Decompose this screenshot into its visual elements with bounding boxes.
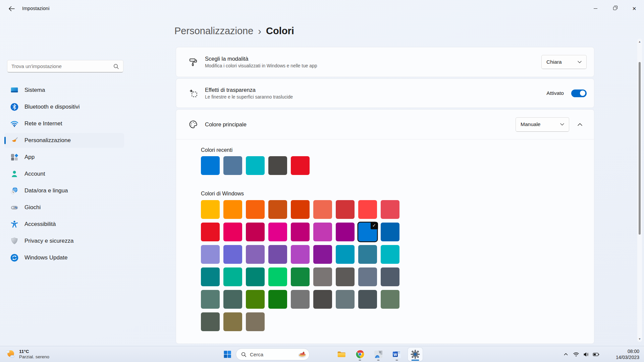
color-swatch[interactable] xyxy=(291,156,310,175)
color-swatch[interactable] xyxy=(313,267,332,286)
color-swatch[interactable] xyxy=(291,223,310,241)
settings-app-icon[interactable] xyxy=(408,348,423,361)
color-swatch[interactable] xyxy=(268,200,287,219)
color-swatch[interactable] xyxy=(223,312,242,331)
color-swatch[interactable] xyxy=(381,290,399,309)
selected-check-icon: ✓ xyxy=(371,222,378,229)
scroll-up-arrow-icon[interactable]: ▲ xyxy=(637,39,642,44)
transparency-sparkle-icon xyxy=(188,88,198,98)
sidebar-item-bluetooth[interactable]: Bluetooth e dispositivi xyxy=(4,100,124,114)
sidebar-item-personalizzazione[interactable]: Personalizzazione xyxy=(4,133,124,148)
color-swatch[interactable] xyxy=(313,200,332,219)
clock[interactable]: 08:00 14/03/2023 xyxy=(616,349,639,360)
color-swatch[interactable] xyxy=(313,290,332,309)
color-swatch[interactable] xyxy=(336,223,355,241)
taskbar-search[interactable]: Cerca xyxy=(236,348,310,360)
system-tray xyxy=(561,348,601,361)
sidebar-item-sistema[interactable]: Sistema xyxy=(4,83,124,98)
color-swatch[interactable] xyxy=(201,267,220,286)
volume-icon[interactable] xyxy=(581,348,591,361)
color-swatch[interactable] xyxy=(336,290,355,309)
gaming-icon xyxy=(10,203,19,212)
color-swatch[interactable] xyxy=(358,245,377,264)
sidebar-item-label: Personalizzazione xyxy=(24,137,71,144)
sidebar-item-windows-update[interactable]: Windows Update xyxy=(4,250,124,265)
color-swatch[interactable] xyxy=(291,290,310,309)
transparency-toggle[interactable] xyxy=(571,89,587,97)
color-swatch[interactable] xyxy=(381,267,399,286)
battery-icon[interactable] xyxy=(591,348,601,361)
sidebar-item-account[interactable]: Account xyxy=(4,167,124,181)
color-swatch[interactable] xyxy=(201,200,220,219)
color-swatch[interactable] xyxy=(268,290,287,309)
sidebar-item-accessibilita[interactable]: Accessibilità xyxy=(4,217,124,232)
minimize-button[interactable] xyxy=(586,0,605,17)
color-swatch[interactable] xyxy=(201,312,220,331)
color-swatch[interactable] xyxy=(223,245,242,264)
sidebar-item-data-ora[interactable]: Data/ora e lingua xyxy=(4,183,124,198)
color-swatch[interactable] xyxy=(246,267,265,286)
color-swatch[interactable] xyxy=(313,223,332,241)
sidebar-item-app[interactable]: App xyxy=(4,150,124,165)
back-button[interactable] xyxy=(7,4,16,13)
color-swatch[interactable] xyxy=(381,200,399,219)
color-swatch[interactable] xyxy=(381,245,399,264)
page-scrollbar[interactable]: ▲ ▼ xyxy=(637,39,642,342)
color-swatch[interactable] xyxy=(313,245,332,264)
sidebar-item-label: Account xyxy=(24,171,45,177)
color-swatch[interactable] xyxy=(358,290,377,309)
color-swatch[interactable] xyxy=(336,267,355,286)
color-swatch[interactable] xyxy=(268,223,287,241)
breadcrumb-parent[interactable]: Personalizzazione xyxy=(174,25,253,37)
tray-chevron-up-icon[interactable] xyxy=(561,348,571,361)
word-logo-icon: W xyxy=(392,350,401,359)
chrome-icon[interactable] xyxy=(353,348,367,361)
scrollbar-thumb[interactable] xyxy=(639,62,641,235)
color-swatch[interactable] xyxy=(201,290,220,309)
photos-app-icon[interactable] xyxy=(371,348,386,361)
color-swatch[interactable] xyxy=(201,223,220,241)
color-swatch[interactable] xyxy=(291,200,310,219)
color-swatch[interactable] xyxy=(336,245,355,264)
color-swatch[interactable] xyxy=(201,245,220,264)
color-swatch[interactable] xyxy=(268,156,287,175)
settings-search-box[interactable] xyxy=(7,60,123,72)
color-swatch[interactable] xyxy=(223,156,242,175)
weather-widget[interactable]: 11°C Parzial. sereno xyxy=(4,348,49,360)
color-swatch[interactable] xyxy=(246,200,265,219)
color-swatch[interactable] xyxy=(246,312,265,331)
color-swatch[interactable] xyxy=(223,223,242,241)
color-swatch[interactable] xyxy=(201,156,220,175)
settings-search-input[interactable] xyxy=(11,63,113,69)
color-swatch[interactable] xyxy=(268,245,287,264)
color-swatch[interactable] xyxy=(291,245,310,264)
sidebar-item-giochi[interactable]: Giochi xyxy=(4,200,124,215)
scroll-down-arrow-icon[interactable]: ▼ xyxy=(637,337,642,341)
mode-dropdown-value: Chiara xyxy=(546,59,562,65)
color-swatch[interactable] xyxy=(246,223,265,241)
accent-mode-dropdown[interactable]: Manuale xyxy=(516,117,569,132)
color-swatch[interactable] xyxy=(381,223,399,241)
color-swatch[interactable] xyxy=(268,267,287,286)
wifi-icon[interactable] xyxy=(571,348,581,361)
collapse-card-button[interactable] xyxy=(573,118,587,131)
color-swatch-selected[interactable]: ✓ xyxy=(358,223,377,241)
color-swatch[interactable] xyxy=(223,200,242,219)
color-swatch[interactable] xyxy=(336,200,355,219)
word-icon[interactable]: W xyxy=(389,348,404,361)
sidebar-item-privacy[interactable]: Privacy e sicurezza xyxy=(4,234,124,248)
color-swatch[interactable] xyxy=(291,267,310,286)
color-swatch[interactable] xyxy=(246,290,265,309)
close-button[interactable]: ✕ xyxy=(625,0,644,17)
color-swatch[interactable] xyxy=(246,156,265,175)
sidebar-item-rete[interactable]: Rete e Internet xyxy=(4,116,124,131)
start-button[interactable] xyxy=(220,348,235,361)
color-swatch[interactable] xyxy=(223,267,242,286)
color-swatch[interactable] xyxy=(358,267,377,286)
color-swatch[interactable] xyxy=(246,245,265,264)
file-explorer-icon[interactable] xyxy=(334,348,349,361)
color-swatch[interactable] xyxy=(223,290,242,309)
color-swatch[interactable] xyxy=(358,200,377,219)
maximize-restore-button[interactable] xyxy=(605,0,625,17)
mode-dropdown[interactable]: Chiara xyxy=(541,55,587,69)
